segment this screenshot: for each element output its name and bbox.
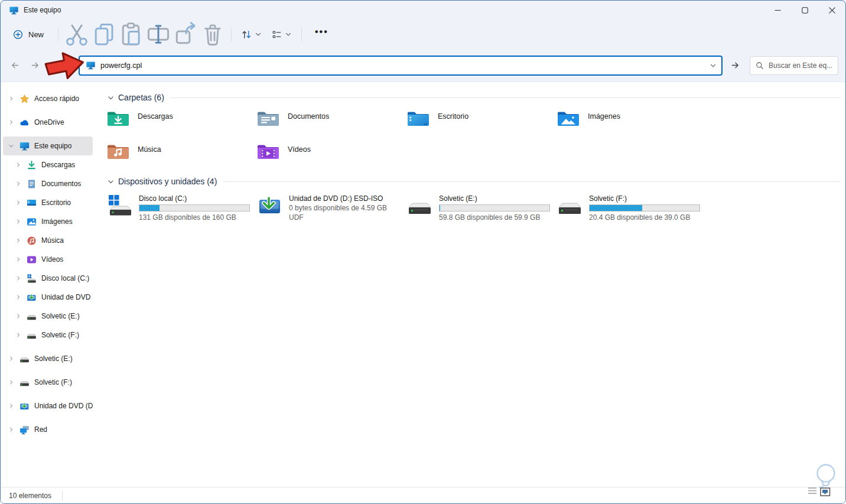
recent-locations-button[interactable] — [45, 62, 57, 69]
local-disk-icon — [27, 274, 37, 284]
drive-tile-e[interactable]: Solvetic (E:) 59.8 GB disponibles de 59.… — [407, 192, 557, 226]
sidebar-item-dvd-d[interactable]: Unidad de DVD (D: — [3, 288, 93, 307]
documents-icon — [27, 179, 37, 189]
toolbar-divider — [231, 27, 232, 41]
minimize-button[interactable] — [764, 1, 791, 19]
hard-drive-icon — [27, 330, 37, 340]
folder-label: Escritorio — [438, 112, 468, 121]
sidebar-item-escritorio[interactable]: Escritorio — [3, 193, 93, 212]
capacity-bar-fill — [590, 205, 642, 211]
folder-label: Imágenes — [588, 112, 620, 121]
chevron-right-icon[interactable] — [14, 160, 23, 170]
drive-tile-dvd-d[interactable]: Unidad de DVD (D:) ESD-ISO 0 bytes dispo… — [257, 192, 407, 226]
new-button[interactable]: New — [6, 25, 53, 44]
address-input[interactable] — [100, 61, 706, 70]
chevron-right-icon[interactable] — [6, 94, 16, 103]
go-arrow-icon — [730, 60, 740, 70]
folder-tile-documentos[interactable]: Documentos — [257, 107, 407, 140]
forward-button[interactable] — [27, 57, 43, 74]
folder-label: Música — [138, 145, 161, 154]
chevron-right-icon[interactable] — [14, 330, 23, 340]
sidebar-item-disco-local-c[interactable]: Disco local (C:) — [3, 269, 93, 288]
status-bar: 10 elementos — [1, 487, 845, 503]
documents-folder-icon — [257, 109, 279, 127]
chevron-right-icon[interactable] — [6, 401, 16, 411]
chevron-right-icon[interactable] — [14, 236, 23, 245]
close-button[interactable] — [818, 1, 845, 19]
chevron-right-icon[interactable] — [14, 311, 23, 321]
sidebar-item-label: Este equipo — [34, 142, 71, 150]
go-to-button[interactable] — [726, 57, 744, 74]
chevron-right-icon[interactable] — [14, 255, 23, 264]
maximize-button[interactable] — [791, 1, 818, 19]
chevron-down-icon[interactable] — [710, 62, 717, 69]
capacity-bar — [439, 204, 550, 212]
sidebar-item-dvd-d-root[interactable]: Unidad de DVD (D:) — [3, 396, 93, 415]
drive-name: Solvetic (F:) — [589, 194, 701, 203]
chevron-down-icon[interactable] — [6, 141, 16, 151]
sidebar-item-solvetic-f-root[interactable]: Solvetic (F:) — [3, 373, 93, 392]
chevron-down-icon — [285, 31, 292, 38]
new-button-label: New — [28, 30, 44, 39]
window-controls — [764, 1, 845, 19]
see-more-button[interactable]: ••• — [307, 27, 337, 42]
chevron-right-icon[interactable] — [6, 378, 16, 387]
sidebar-item-solvetic-e-root[interactable]: Solvetic (E:) — [3, 349, 93, 368]
chevron-down-icon — [48, 62, 55, 69]
section-header-carpetas[interactable]: Carpetas (6) — [107, 90, 841, 105]
chevron-right-icon[interactable] — [14, 274, 23, 283]
chevron-right-icon[interactable] — [6, 354, 16, 363]
sidebar-item-red[interactable]: Red — [3, 420, 93, 439]
navigation-bar: Buscar en Este eq... — [1, 49, 845, 82]
view-button[interactable] — [266, 25, 297, 44]
folder-label: Vídeos — [288, 145, 311, 154]
chevron-right-icon[interactable] — [14, 292, 23, 302]
drive-free-space: 59.8 GB disponibles de 59.9 GB — [439, 213, 551, 222]
sidebar-item-musica[interactable]: Música — [3, 231, 93, 250]
drive-name: Disco local (C:) — [139, 194, 251, 203]
chevron-right-icon[interactable] — [14, 198, 23, 207]
sidebar-item-este-equipo[interactable]: Este equipo — [3, 136, 93, 155]
folder-tile-videos[interactable]: Vídeos — [257, 140, 407, 173]
folder-tile-descargas[interactable]: Descargas — [107, 107, 257, 140]
sort-icon — [241, 29, 252, 40]
address-bar[interactable] — [79, 56, 723, 76]
sidebar-item-label: Solvetic (F:) — [34, 378, 72, 386]
back-button[interactable] — [6, 57, 23, 74]
folder-tile-musica[interactable]: Música — [107, 140, 257, 173]
sidebar-item-label: Acceso rápido — [34, 95, 79, 103]
sidebar-item-label: Unidad de DVD (D: — [41, 293, 93, 301]
sidebar-item-acceso-rapido[interactable]: Acceso rápido — [3, 89, 93, 108]
section-title: Carpetas (6) — [118, 93, 164, 102]
minimize-icon — [775, 7, 781, 14]
chevron-right-icon[interactable] — [6, 118, 16, 127]
drive-tile-c[interactable]: Disco local (C:) 131 GB disponibles de 1… — [107, 192, 257, 226]
sidebar-item-label: Solvetic (E:) — [41, 312, 80, 320]
search-box[interactable]: Buscar en Este eq... — [750, 56, 838, 75]
sidebar-item-label: Vídeos — [41, 255, 63, 264]
folder-tile-imagenes[interactable]: Imágenes — [557, 107, 707, 140]
chevron-right-icon[interactable] — [6, 425, 16, 434]
chevron-right-icon[interactable] — [14, 217, 23, 226]
chevron-right-icon[interactable] — [14, 179, 23, 188]
drive-tile-f[interactable]: Solvetic (F:) 20.4 GB disponibles de 39.… — [557, 192, 707, 226]
music-icon — [27, 236, 37, 246]
sidebar-item-solvetic-e[interactable]: Solvetic (E:) — [3, 307, 93, 326]
folder-tile-escritorio[interactable]: Escritorio — [407, 107, 557, 140]
section-title: Dispositivos y unidades (4) — [118, 177, 217, 186]
section-header-dispositivos[interactable]: Dispositivos y unidades (4) — [107, 174, 841, 188]
sidebar-item-imagenes[interactable]: Imágenes — [3, 212, 93, 231]
sidebar-item-onedrive[interactable]: OneDrive — [3, 113, 93, 132]
sidebar-item-solvetic-f[interactable]: Solvetic (F:) — [3, 326, 93, 344]
sidebar-item-descargas[interactable]: Descargas — [3, 155, 93, 174]
sidebar-item-documentos[interactable]: Documentos — [3, 174, 93, 193]
sidebar-item-videos[interactable]: Vídeos — [3, 250, 93, 269]
chevron-down-icon[interactable] — [107, 94, 115, 102]
view-icon — [271, 29, 282, 40]
capacity-bar-fill — [139, 205, 160, 211]
navigation-pane: Acceso rápido OneDrive Este equipo Desca… — [1, 82, 95, 487]
sort-button[interactable] — [236, 25, 266, 44]
search-placeholder: Buscar en Este eq... — [769, 61, 832, 70]
chevron-down-icon[interactable] — [107, 178, 115, 186]
close-icon — [829, 7, 835, 14]
